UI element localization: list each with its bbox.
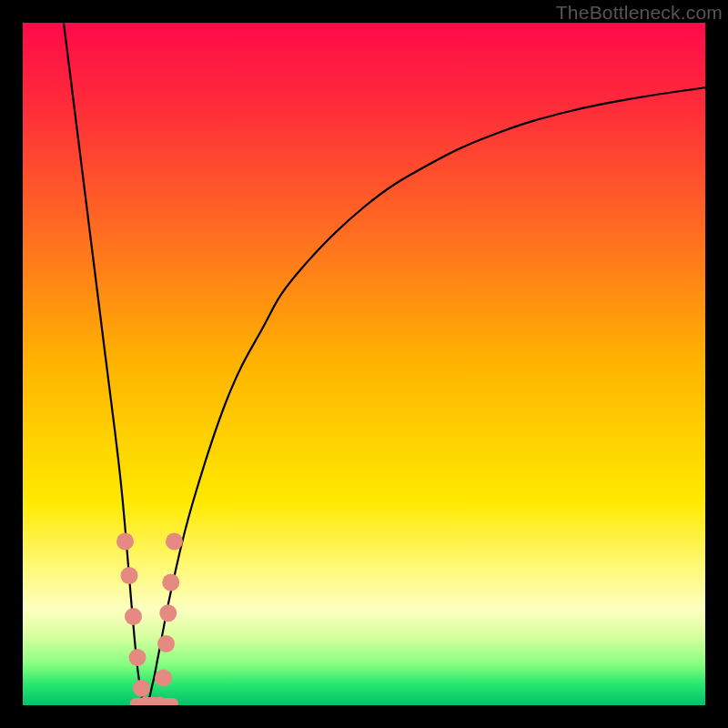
- marker-dot: [116, 533, 134, 551]
- gradient-background: [23, 23, 705, 705]
- marker-dot: [121, 567, 138, 584]
- marker-dot: [133, 680, 150, 697]
- chart-frame: TheBottleneck.com: [0, 0, 728, 728]
- bottleneck-chart: [23, 23, 705, 705]
- watermark-text: TheBottleneck.com: [556, 2, 723, 24]
- marker-dot: [129, 649, 147, 666]
- marker-bar: [130, 698, 178, 705]
- marker-dot: [159, 604, 177, 622]
- marker-dot: [157, 635, 175, 652]
- marker-dot: [166, 533, 183, 551]
- marker-dot: [155, 670, 172, 687]
- marker-dot: [125, 608, 142, 625]
- marker-dot: [162, 574, 179, 592]
- plot-area: [23, 23, 705, 705]
